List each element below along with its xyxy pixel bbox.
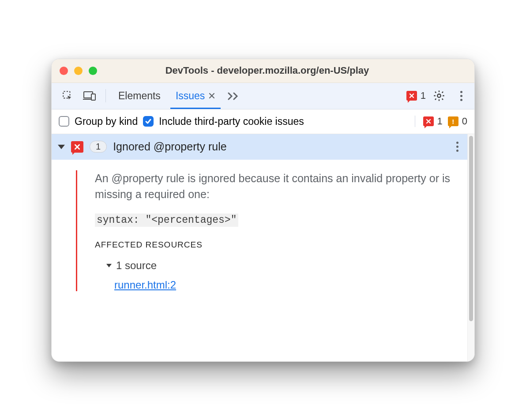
- tab-label: Issues: [176, 90, 205, 102]
- divider: [415, 116, 415, 127]
- scrollbar[interactable]: [467, 134, 474, 361]
- tab-label: Elements: [118, 90, 161, 102]
- tab-issues[interactable]: Issues: [170, 83, 221, 109]
- warning-icon: !: [448, 116, 458, 126]
- window-minimize-button[interactable]: [74, 67, 83, 75]
- issue-body: An @property rule is ignored because it …: [52, 160, 467, 302]
- include-third-party-label: Include third-party cookie issues: [159, 116, 304, 128]
- error-icon: [406, 91, 417, 101]
- inspect-element-icon[interactable]: [59, 87, 76, 105]
- issue-header[interactable]: 1 Ignored @property rule: [52, 134, 467, 160]
- affected-resources-label: AFFECTED RESOURCES: [95, 240, 454, 250]
- window-close-button[interactable]: [60, 67, 68, 75]
- source-row[interactable]: 1 source: [95, 259, 454, 272]
- svg-rect-3: [91, 94, 95, 100]
- issue-menu-icon[interactable]: [454, 139, 461, 154]
- filter-warning-indicator[interactable]: ! 0: [448, 116, 467, 127]
- device-toolbar-icon[interactable]: [81, 87, 98, 105]
- svg-point-8: [437, 94, 440, 97]
- collapse-icon[interactable]: [106, 264, 112, 267]
- filter-warning-count: 0: [462, 116, 467, 127]
- error-icon: [423, 116, 434, 126]
- error-count: 1: [421, 90, 426, 101]
- source-count: 1 source: [116, 259, 157, 272]
- error-indicator[interactable]: 1: [406, 90, 426, 101]
- error-icon: [71, 141, 83, 153]
- scrollbar-thumb[interactable]: [469, 136, 473, 321]
- issues-list: 1 Ignored @property rule An @property ru…: [52, 134, 467, 361]
- collapse-icon[interactable]: [58, 145, 65, 149]
- settings-icon[interactable]: [430, 87, 448, 105]
- severity-line: [76, 170, 77, 292]
- titlebar: DevTools - developer.mozilla.org/en-US/p…: [52, 59, 474, 83]
- group-by-kind-label: Group by kind: [75, 116, 138, 128]
- window-title: DevTools - developer.mozilla.org/en-US/p…: [97, 65, 437, 76]
- window-controls: [60, 67, 97, 75]
- tabbar: Elements Issues 1: [52, 83, 474, 109]
- include-third-party-checkbox[interactable]: [143, 116, 154, 127]
- source-link[interactable]: runner.html:2: [114, 279, 176, 291]
- issue-description: An @property rule is ignored because it …: [95, 170, 454, 202]
- filter-error-count: 1: [437, 116, 443, 127]
- divider: [105, 89, 106, 102]
- issue-code-snippet: syntax: "<percentages>": [95, 214, 238, 227]
- group-by-kind-checkbox[interactable]: [59, 116, 69, 127]
- more-menu-icon[interactable]: [452, 87, 470, 105]
- issue-title: Ignored @property rule: [113, 140, 447, 153]
- tab-close-icon[interactable]: [208, 90, 215, 102]
- devtools-window: DevTools - developer.mozilla.org/en-US/p…: [51, 59, 475, 362]
- more-tabs-icon[interactable]: [225, 87, 243, 105]
- issue-count-pill: 1: [90, 141, 107, 153]
- filterbar: Group by kind Include third-party cookie…: [52, 109, 474, 134]
- window-maximize-button[interactable]: [89, 67, 97, 75]
- tab-elements[interactable]: Elements: [113, 83, 166, 109]
- filter-error-indicator[interactable]: 1: [423, 116, 443, 127]
- content-area: 1 Ignored @property rule An @property ru…: [52, 134, 474, 361]
